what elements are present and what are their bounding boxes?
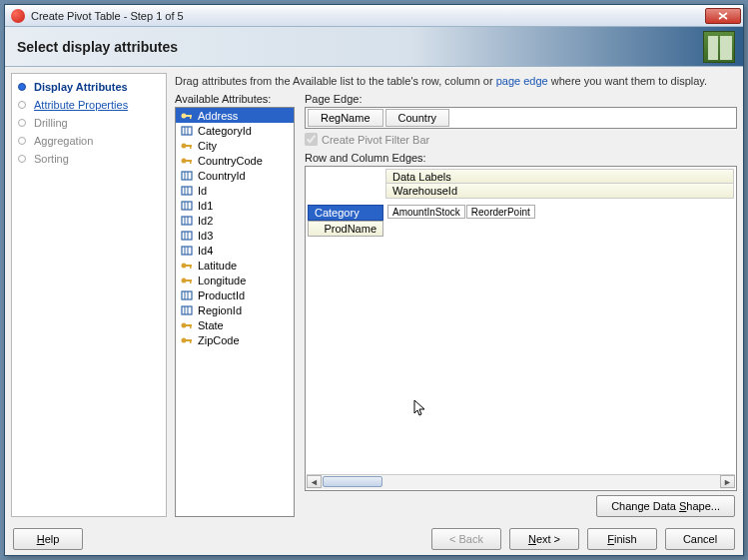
- available-item[interactable]: CountryId: [176, 168, 294, 183]
- available-item[interactable]: Id1: [176, 198, 294, 213]
- page-edge-cell[interactable]: RegName: [308, 109, 383, 127]
- scroll-thumb[interactable]: [323, 476, 382, 487]
- close-icon: [718, 12, 728, 20]
- page-edge-link[interactable]: page edge: [496, 75, 548, 87]
- step-label: Sorting: [34, 153, 69, 165]
- column-icon: [180, 289, 194, 300]
- next-button[interactable]: Next >: [509, 528, 579, 550]
- header-band: Select display attributes: [5, 27, 743, 67]
- available-item[interactable]: Id: [176, 183, 294, 198]
- column-icon: [180, 215, 194, 226]
- svg-rect-18: [182, 202, 192, 210]
- page-title: Select display attributes: [17, 39, 178, 55]
- available-item-label: Id4: [198, 245, 213, 257]
- change-data-shape-button[interactable]: Change Data Shape...: [596, 495, 735, 517]
- available-item[interactable]: ProductId: [176, 287, 294, 302]
- available-item[interactable]: Longitude: [176, 273, 294, 287]
- close-button[interactable]: [705, 8, 741, 24]
- horizontal-scrollbar[interactable]: ◄ ►: [307, 474, 735, 489]
- right-column: Page Edge: RegNameCountry Create Pivot F…: [305, 93, 737, 517]
- available-item-label: Id1: [198, 200, 213, 212]
- body-area: Display AttributesAttribute PropertiesDr…: [5, 67, 743, 523]
- finish-button[interactable]: Finish: [587, 528, 657, 550]
- available-item[interactable]: City: [176, 138, 294, 153]
- available-item[interactable]: RegionId: [176, 302, 294, 317]
- app-icon: [11, 9, 25, 23]
- row-header-cell[interactable]: ProdName: [308, 221, 383, 237]
- column-icon: [180, 304, 194, 315]
- svg-rect-3: [182, 127, 192, 135]
- available-item[interactable]: Address: [176, 108, 294, 123]
- available-item-label: CategoryId: [198, 125, 252, 137]
- key-icon: [180, 319, 194, 330]
- page-edge-dropzone[interactable]: RegNameCountry: [305, 107, 737, 129]
- wizard-step-display-attributes[interactable]: Display Attributes: [12, 78, 166, 96]
- svg-point-9: [182, 158, 187, 163]
- back-button[interactable]: < Back: [431, 528, 501, 550]
- scroll-left-arrow[interactable]: ◄: [307, 475, 322, 488]
- svg-rect-12: [182, 172, 192, 180]
- edges-grid[interactable]: Data Labels WarehouseId Category ProdNam…: [305, 166, 737, 491]
- step-dot-icon: [18, 83, 26, 91]
- wizard-steps: Display AttributesAttribute PropertiesDr…: [11, 73, 167, 517]
- available-item-label: CountryId: [198, 170, 246, 182]
- column-icon: [180, 230, 194, 241]
- available-label: Available Attributes:: [175, 93, 295, 105]
- available-item-label: Latitude: [198, 260, 237, 272]
- instruction-prefix: Drag attributes from the Available list …: [175, 75, 496, 87]
- column-edge-zone[interactable]: Data Labels WarehouseId: [385, 169, 734, 199]
- available-item[interactable]: CategoryId: [176, 123, 294, 138]
- key-icon: [180, 260, 194, 271]
- svg-rect-8: [190, 145, 192, 149]
- column-icon: [180, 185, 194, 196]
- available-item-label: City: [198, 140, 217, 152]
- scroll-right-arrow[interactable]: ►: [720, 475, 735, 488]
- titlebar: Create Pivot Table - Step 1 of 5: [5, 5, 743, 27]
- available-item[interactable]: ZipCode: [176, 332, 294, 347]
- step-dot-icon: [18, 137, 26, 145]
- svg-point-33: [182, 278, 187, 282]
- wizard-step-drilling: Drilling: [12, 114, 166, 132]
- help-button[interactable]: Help: [13, 528, 83, 550]
- available-item-label: Longitude: [198, 275, 246, 286]
- available-item-label: State: [198, 319, 224, 331]
- cancel-button[interactable]: Cancel: [665, 528, 735, 550]
- column-icon: [180, 200, 194, 211]
- key-icon: [180, 275, 194, 285]
- data-cell[interactable]: ReorderPoint: [466, 205, 535, 219]
- svg-rect-27: [182, 247, 192, 255]
- data-cell[interactable]: AmountInStock: [387, 205, 465, 219]
- available-item-label: Id2: [198, 215, 213, 227]
- svg-rect-32: [190, 265, 192, 269]
- col-header-cell[interactable]: WarehouseId: [386, 184, 733, 198]
- available-item[interactable]: Id2: [176, 213, 294, 228]
- available-listbox[interactable]: AddressCategoryIdCityCountryCodeCountryI…: [175, 107, 295, 517]
- available-item[interactable]: CountryCode: [176, 153, 294, 168]
- main-panel: Drag attributes from the Available list …: [175, 73, 737, 517]
- available-item-label: Id3: [198, 230, 213, 242]
- svg-point-6: [182, 143, 187, 148]
- data-cells-zone[interactable]: AmountInStock ReorderPoint: [387, 205, 535, 219]
- filter-checkbox[interactable]: [305, 133, 318, 146]
- svg-point-0: [182, 113, 187, 118]
- svg-rect-35: [190, 280, 192, 283]
- step-dot-icon: [18, 119, 26, 127]
- svg-rect-11: [190, 160, 192, 164]
- filter-checkbox-row: Create Pivot Filter Bar: [305, 133, 737, 146]
- step-label: Aggregation: [34, 135, 93, 147]
- page-edge-cell[interactable]: Country: [385, 109, 450, 127]
- instruction-text: Drag attributes from the Available list …: [175, 73, 737, 93]
- available-item[interactable]: State: [176, 317, 294, 332]
- row-header-cell[interactable]: Category: [308, 205, 383, 221]
- pivot-header-icon: [703, 31, 735, 63]
- svg-rect-15: [182, 187, 192, 195]
- col-header-cell[interactable]: Data Labels: [386, 170, 733, 184]
- key-icon: [180, 155, 194, 166]
- step-label: Drilling: [34, 117, 68, 129]
- wizard-step-attribute-properties[interactable]: Attribute Properties: [12, 96, 166, 114]
- available-item[interactable]: Id4: [176, 243, 294, 258]
- available-item[interactable]: Id3: [176, 228, 294, 243]
- svg-rect-47: [190, 339, 192, 343]
- available-item[interactable]: Latitude: [176, 258, 294, 273]
- step-label: Attribute Properties: [34, 99, 128, 111]
